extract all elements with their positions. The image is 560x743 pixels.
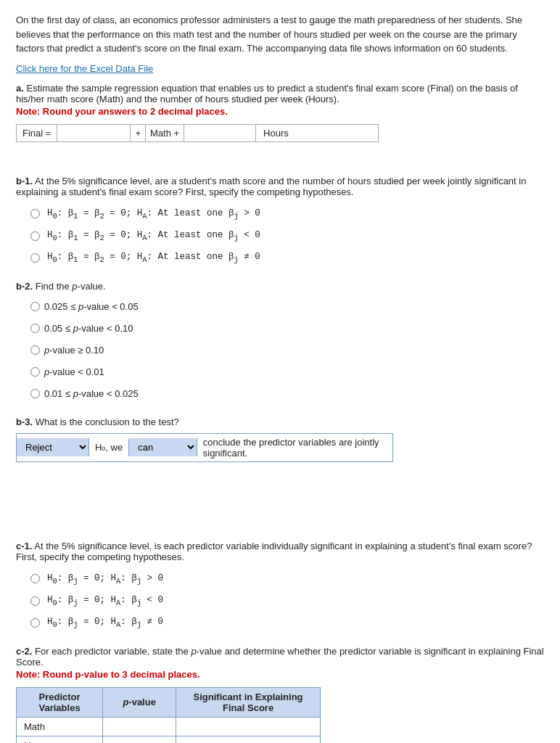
b2-options-group: 0.025 ≤ p-value < 0.05 0.05 ≤ p-value < … bbox=[30, 297, 544, 403]
part-c2-header: c-2. For each predictor variable, state … bbox=[16, 646, 544, 668]
intro-paragraph: On the first day of class, an economics … bbox=[16, 13, 544, 56]
part-c2-note: Note: Round p-value to 3 decimal places. bbox=[16, 669, 544, 680]
hours-pvalue-input[interactable] bbox=[110, 740, 168, 743]
part-a-block: a. Estimate the sample regression equati… bbox=[16, 83, 544, 142]
b1-option-2[interactable]: H0: β1 = β2 = 0; HA: At least one βj < 0 bbox=[30, 226, 544, 245]
c2-table: Predictor Variables p-value Significant … bbox=[16, 687, 321, 743]
b2-label-4: p-value < 0.01 bbox=[44, 363, 104, 382]
b1-label-3: H0: β1 = β2 = 0; HA: At least one βj ≠ 0 bbox=[47, 248, 260, 267]
b2-radio-1[interactable] bbox=[30, 302, 40, 311]
b2-option-1[interactable]: 0.025 ≤ p-value < 0.05 bbox=[30, 297, 544, 316]
c1-label-3: H0: βj = 0; HA: βj ≠ 0 bbox=[47, 613, 163, 632]
final-label: Final = bbox=[17, 125, 57, 141]
table-row: Hours bbox=[17, 736, 321, 743]
b1-radio-3[interactable] bbox=[30, 253, 40, 263]
reject-dropdown[interactable]: Reject Do not reject bbox=[17, 438, 89, 456]
col-header-predictor: Predictor Variables bbox=[17, 687, 103, 717]
part-b1-block: b-1. At the 5% significance level, are a… bbox=[16, 176, 544, 268]
b2-option-2[interactable]: 0.05 ≤ p-value < 0.10 bbox=[30, 319, 544, 338]
math-coeff-input[interactable] bbox=[184, 125, 256, 141]
b2-radio-2[interactable] bbox=[30, 324, 40, 333]
b1-option-3[interactable]: H0: β1 = β2 = 0; HA: At least one βj ≠ 0 bbox=[30, 248, 544, 267]
part-c1-question: At the 5% significance level, is each pr… bbox=[16, 541, 532, 562]
hours-significant-input[interactable] bbox=[184, 740, 242, 743]
part-b3-block: b-3. What is the conclusion to the test?… bbox=[16, 416, 544, 462]
math-label: Math + bbox=[146, 125, 184, 141]
b2-label-3: p-value ≥ 0.10 bbox=[44, 341, 104, 360]
b2-label-1: 0.025 ≤ p-value < 0.05 bbox=[44, 297, 139, 316]
c1-option-1[interactable]: H0: βj = 0; HA: βj > 0 bbox=[30, 570, 544, 588]
part-a-question: Estimate the sample regression equation … bbox=[16, 83, 518, 104]
b1-radio-1[interactable] bbox=[30, 209, 40, 218]
h0-text: H₀, we bbox=[89, 439, 129, 456]
b2-radio-4[interactable] bbox=[30, 367, 40, 377]
part-c2-block: c-2. For each predictor variable, state … bbox=[16, 646, 544, 743]
table-row: Math bbox=[17, 717, 321, 736]
b2-label-2: 0.05 ≤ p-value < 0.10 bbox=[44, 319, 133, 338]
math-pvalue-cell[interactable] bbox=[103, 717, 176, 736]
b2-radio-5[interactable] bbox=[30, 389, 40, 398]
part-b1-question: At the 5% significance level, are a stud… bbox=[16, 176, 526, 197]
hours-pvalue-cell[interactable] bbox=[103, 736, 176, 743]
c1-radio-2[interactable] bbox=[30, 596, 40, 606]
part-c1-block: c-1. At the 5% significance level, is ea… bbox=[16, 541, 544, 633]
excel-link[interactable]: Click here for the Excel Data File bbox=[16, 63, 544, 74]
c1-radio-3[interactable] bbox=[30, 618, 40, 628]
b2-option-5[interactable]: 0.01 ≤ p-value < 0.025 bbox=[30, 385, 544, 403]
hours-significant-cell[interactable] bbox=[176, 736, 321, 743]
hours-label: Hours bbox=[256, 125, 296, 141]
c1-label-1: H0: βj = 0; HA: βj > 0 bbox=[47, 570, 163, 588]
conclude-dropdown[interactable]: can cannot bbox=[129, 438, 197, 456]
b1-label-1: H0: β1 = β2 = 0; HA: At least one βj > 0 bbox=[47, 205, 260, 223]
part-b1-header: b-1. At the 5% significance level, are a… bbox=[16, 176, 544, 197]
b2-option-3[interactable]: p-value ≥ 0.10 bbox=[30, 341, 544, 360]
c1-radio-group: H0: βj = 0; HA: βj > 0 H0: βj = 0; HA: β… bbox=[30, 570, 544, 633]
part-b2-question: Find the p-value. bbox=[36, 281, 106, 292]
part-c2-question: For each predictor variable, state the p… bbox=[16, 646, 544, 668]
c1-radio-1[interactable] bbox=[30, 574, 40, 583]
part-b3-header: b-3. What is the conclusion to the test? bbox=[16, 416, 544, 427]
part-a-label: a. Estimate the sample regression equati… bbox=[16, 83, 544, 104]
hours-variable-label: Hours bbox=[17, 736, 103, 743]
conclusion-row: Reject Do not reject H₀, we can cannot c… bbox=[16, 433, 393, 462]
part-b2-block: b-2. Find the p-value. 0.025 ≤ p-value <… bbox=[16, 281, 544, 403]
math-variable-label: Math bbox=[17, 717, 103, 736]
plus-sign: + bbox=[130, 125, 146, 141]
c1-option-3[interactable]: H0: βj = 0; HA: βj ≠ 0 bbox=[30, 613, 544, 632]
part-c1-header: c-1. At the 5% significance level, is ea… bbox=[16, 541, 544, 562]
math-pvalue-input[interactable] bbox=[110, 721, 168, 732]
col-header-pvalue: p-value bbox=[103, 687, 176, 717]
b2-radio-3[interactable] bbox=[30, 345, 40, 355]
b1-radio-2[interactable] bbox=[30, 231, 40, 241]
b2-label-5: 0.01 ≤ p-value < 0.025 bbox=[44, 385, 139, 403]
final-intercept-input[interactable] bbox=[57, 125, 130, 141]
equation-row: Final = + Math + Hours bbox=[16, 124, 379, 142]
conclude-text: conclude the predictor variables are joi… bbox=[197, 434, 392, 461]
part-b3-question: What is the conclusion to the test? bbox=[36, 416, 179, 427]
b2-option-4[interactable]: p-value < 0.01 bbox=[30, 363, 544, 382]
c1-label-2: H0: βj = 0; HA: βj < 0 bbox=[47, 591, 163, 610]
part-a-note: Note: Round your answers to 2 decimal pl… bbox=[16, 106, 544, 117]
c1-option-2[interactable]: H0: βj = 0; HA: βj < 0 bbox=[30, 591, 544, 610]
table-header-row: Predictor Variables p-value Significant … bbox=[17, 687, 321, 717]
math-significant-input[interactable] bbox=[184, 721, 242, 732]
math-significant-cell[interactable] bbox=[176, 717, 321, 736]
col-header-significant: Significant in Explaining Final Score bbox=[176, 687, 321, 717]
part-b2-header: b-2. Find the p-value. bbox=[16, 281, 544, 292]
b1-label-2: H0: β1 = β2 = 0; HA: At least one βj < 0 bbox=[47, 226, 260, 245]
b1-radio-group: H0: β1 = β2 = 0; HA: At least one βj > 0… bbox=[30, 205, 544, 268]
b1-option-1[interactable]: H0: β1 = β2 = 0; HA: At least one βj > 0 bbox=[30, 205, 544, 223]
